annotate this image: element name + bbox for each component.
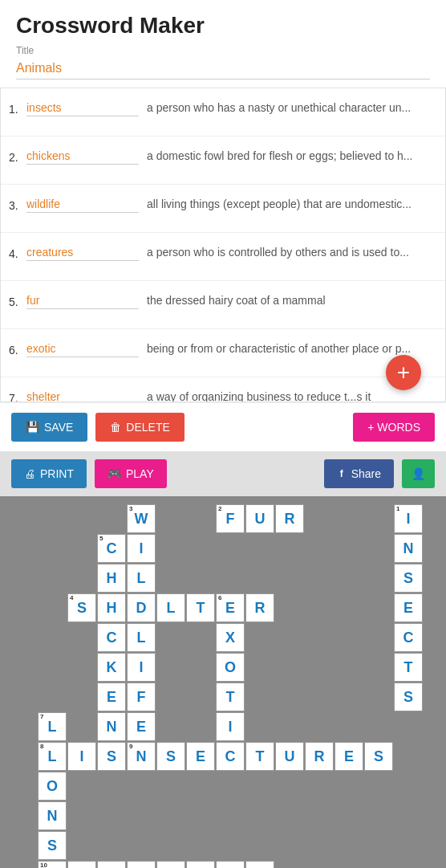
crossword-cell-empty — [424, 653, 446, 682]
crossword-cell-empty — [245, 801, 274, 830]
word-number-2: 2. — [9, 148, 26, 164]
crossword-cell-empty — [275, 534, 304, 563]
crossword-cell-empty — [38, 683, 67, 711]
crossword-cell-empty — [97, 772, 126, 801]
word-input-3[interactable] — [26, 196, 139, 213]
crossword-cell-empty — [245, 653, 274, 682]
add-word-fab[interactable]: + — [386, 355, 421, 390]
crossword-cell: T — [156, 861, 185, 868]
crossword-cell: E — [394, 593, 423, 622]
crossword-cell-empty — [8, 683, 37, 711]
crossword-cell-empty — [245, 683, 274, 711]
crossword-cell: 3W — [127, 504, 156, 533]
crossword-cell-empty — [334, 504, 363, 533]
crossword-cell-empty — [275, 683, 304, 711]
print-button[interactable]: 🖨 PRINT — [11, 459, 87, 488]
crossword-cell-empty — [67, 683, 96, 711]
save-button[interactable]: 💾 SAVE — [11, 413, 87, 442]
crossword-cell-empty — [67, 831, 96, 860]
crossword-cell-empty — [275, 593, 304, 622]
crossword-cell-empty — [245, 534, 274, 563]
crossword-cell-empty — [38, 534, 67, 563]
crossword-cell-empty — [275, 772, 304, 801]
word-input-1[interactable] — [26, 100, 139, 116]
crossword-cell: U — [245, 504, 274, 533]
crossword-cell: I — [127, 534, 156, 563]
crossword-cell-empty — [424, 742, 446, 771]
action-bar: 💾 SAVE 🗑 DELETE + WORDS — [0, 402, 446, 451]
crossword-cell: 10A — [38, 861, 67, 868]
title-input[interactable] — [16, 58, 430, 79]
crossword-cell-empty — [8, 653, 37, 682]
crossword-cell: U — [275, 742, 304, 771]
crossword-cell-empty — [8, 712, 37, 741]
crossword-cell-empty — [8, 534, 37, 563]
word-clue-1: a person who has a nasty or unethical ch… — [147, 100, 437, 114]
crossword-cell-empty — [334, 623, 363, 652]
word-input-4[interactable] — [26, 244, 139, 261]
crossword-cell-empty — [156, 564, 185, 593]
crossword-cell-empty — [67, 712, 96, 741]
share-button[interactable]: f Share — [324, 459, 394, 488]
crossword-cell-empty — [245, 564, 274, 593]
crossword-cell: H — [97, 564, 126, 593]
crossword-cell-empty — [334, 593, 363, 622]
crossword-cell-empty — [38, 623, 67, 652]
crossword-cell-empty — [67, 623, 96, 652]
word-input-2[interactable] — [26, 148, 139, 165]
crossword-cell-empty — [364, 653, 393, 682]
crossword-cell-empty — [424, 831, 446, 860]
crossword-cell-empty — [275, 712, 304, 741]
crossword-cell-empty — [156, 831, 185, 860]
crossword-cell-empty — [364, 683, 393, 711]
word-list-scroll[interactable]: 1. a person who has a nasty or unethical… — [1, 88, 445, 401]
crossword-cell-empty — [156, 683, 185, 711]
share-label: Share — [351, 467, 381, 480]
crossword-cell-empty — [424, 623, 446, 652]
word-input-5[interactable] — [26, 292, 139, 309]
crossword-cell-empty — [275, 831, 304, 860]
crossword-cell-empty — [424, 772, 446, 801]
crossword-cell: R — [305, 742, 334, 771]
word-clue-3: all living things (except people) that a… — [147, 196, 437, 210]
crossword-cell-empty — [38, 653, 67, 682]
add-words-button[interactable]: + WORDS — [353, 413, 435, 442]
word-input-7[interactable] — [26, 389, 139, 401]
crossword-cell: O — [38, 772, 67, 801]
bottom-toolbar: 🖨 PRINT 🎮 PLAY f Share 👤 — [0, 451, 446, 496]
crossword-cell: O — [216, 653, 245, 682]
crossword-cell-empty — [156, 623, 185, 652]
word-input-6[interactable] — [26, 340, 139, 357]
crossword-cell: O — [216, 861, 245, 868]
crossword-cell-empty — [305, 593, 334, 622]
profile-button[interactable]: 👤 — [402, 459, 435, 488]
crossword-cell: T — [245, 742, 274, 771]
crossword-cell-empty — [275, 861, 304, 868]
crossword-cell-empty — [156, 712, 185, 741]
facebook-icon: f — [337, 467, 347, 480]
crossword-cell-empty — [364, 623, 393, 652]
word-row: 4. a person who is controlled by others … — [1, 233, 445, 281]
crossword-cell: S — [394, 564, 423, 593]
word-number-7: 7. — [9, 389, 26, 401]
crossword-cell-empty — [8, 772, 37, 801]
crossword-cell: N — [394, 534, 423, 563]
crossword-cell-empty — [305, 623, 334, 652]
crossword-cell: 6E — [216, 593, 245, 622]
crossword-cell-empty — [156, 772, 185, 801]
delete-button[interactable]: 🗑 DELETE — [95, 413, 184, 442]
crossword-cell-empty — [334, 653, 363, 682]
word-row: 1. a person who has a nasty or unethical… — [1, 88, 445, 137]
crossword-cell: 4S — [67, 593, 96, 622]
crossword-cell-empty — [216, 564, 245, 593]
crossword-cell-empty — [424, 504, 446, 533]
crossword-cell-empty — [156, 534, 185, 563]
play-button[interactable]: 🎮 PLAY — [95, 459, 167, 488]
crossword-cell-empty — [394, 861, 423, 868]
word-number-5: 5. — [9, 292, 26, 308]
crossword-cell-empty — [186, 801, 215, 830]
crossword-cell-empty — [305, 564, 334, 593]
crossword-cell: 1I — [394, 504, 423, 533]
crossword-cell-empty — [186, 564, 215, 593]
crossword-cell: 2F — [216, 504, 245, 533]
